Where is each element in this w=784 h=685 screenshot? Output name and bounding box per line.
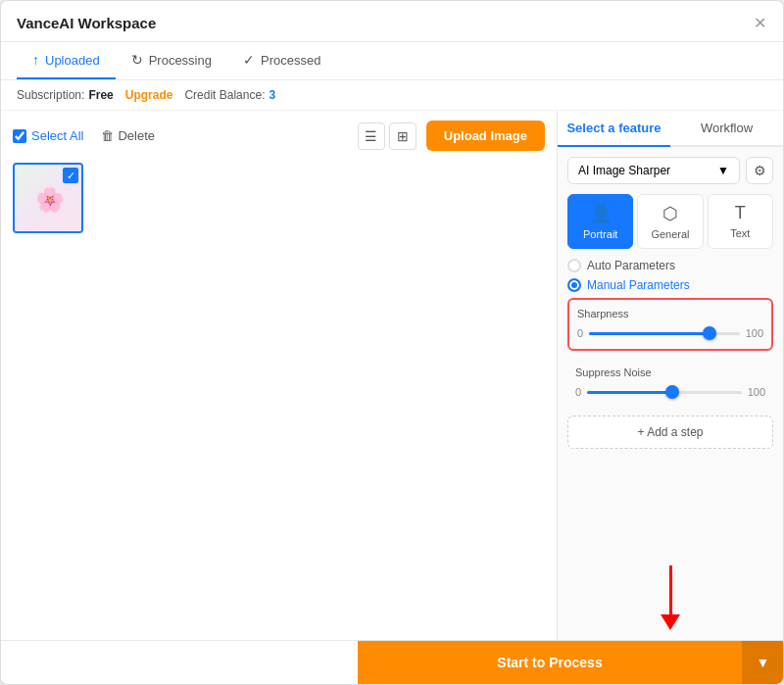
- arrow-head: [661, 614, 680, 630]
- sharpness-label: Sharpness: [577, 308, 763, 319]
- image-grid: 🌸 ✓: [13, 163, 545, 233]
- sharpness-max: 100: [746, 327, 763, 339]
- tab-workflow[interactable]: Workflow: [670, 111, 783, 147]
- auto-params-label: Auto Parameters: [587, 259, 675, 272]
- sharpness-section: Sharpness 0 100: [567, 298, 773, 351]
- mode-portrait[interactable]: 👤 Portrait: [567, 194, 633, 249]
- dropdown-row: AI Image Sharper ▼ ⚙: [567, 157, 773, 184]
- image-check: ✓: [63, 168, 78, 183]
- chevron-down-icon: ▼: [717, 164, 729, 177]
- credit-label: Credit Balance:: [184, 88, 265, 102]
- noise-fill: [587, 391, 672, 394]
- toolbar: Select All 🗑 Delete ☰ ⊞ Upload Image: [13, 121, 545, 151]
- processing-icon: ↻: [131, 52, 143, 68]
- params-section: Auto Parameters Manual Parameters Sharpn…: [567, 259, 773, 449]
- main-content: Select All 🗑 Delete ☰ ⊞ Upload Image 🌸 ✓: [1, 111, 783, 640]
- mode-tabs: 👤 Portrait ⬡ General T Text: [567, 194, 773, 249]
- auto-params-row[interactable]: Auto Parameters: [567, 259, 773, 272]
- feature-dropdown[interactable]: AI Image Sharper ▼: [567, 157, 740, 184]
- auto-params-radio[interactable]: [567, 259, 581, 272]
- noise-label: Suppress Noise: [575, 367, 765, 378]
- dropdown-arrow-icon: ▼: [757, 655, 770, 670]
- start-process-dropdown-button[interactable]: ▼: [742, 641, 783, 684]
- add-step-button[interactable]: + Add a step: [567, 416, 773, 449]
- mode-text[interactable]: T Text: [708, 194, 773, 249]
- tab-processing[interactable]: ↻ Processing: [116, 42, 227, 79]
- text-icon: T: [735, 203, 746, 223]
- manual-params-row[interactable]: Manual Parameters: [567, 278, 773, 292]
- title-bar: VanceAI Workspace ✕: [1, 1, 783, 42]
- sharpness-min: 0: [577, 327, 583, 339]
- main-tabs: ↑ Uploaded ↻ Processing ✓ Processed: [1, 42, 783, 80]
- delete-button[interactable]: 🗑 Delete: [93, 124, 163, 147]
- manual-params-label: Manual Parameters: [587, 278, 690, 292]
- noise-max: 100: [748, 386, 765, 398]
- list-view-button[interactable]: ☰: [358, 122, 385, 150]
- processed-icon: ✓: [243, 52, 255, 68]
- manual-params-radio[interactable]: [567, 278, 581, 292]
- window-title: VanceAI Workspace: [17, 15, 156, 31]
- subscription-label: Subscription:: [17, 88, 84, 102]
- sharpness-track: [589, 332, 740, 335]
- noise-slider[interactable]: [587, 384, 742, 400]
- select-all-label[interactable]: Select All: [13, 128, 83, 143]
- right-panel: Select a feature Workflow AI Image Sharp…: [558, 111, 783, 640]
- feature-tabs: Select a feature Workflow: [558, 111, 783, 147]
- select-all-text: Select All: [31, 128, 83, 143]
- subscription-bar: Subscription: Free Upgrade Credit Balanc…: [1, 80, 783, 111]
- sharpness-thumb[interactable]: [703, 326, 716, 340]
- grid-view-button[interactable]: ⊞: [389, 122, 416, 150]
- arrow-indicator: [661, 565, 680, 630]
- upgrade-link[interactable]: Upgrade: [125, 88, 173, 102]
- noise-min: 0: [575, 386, 581, 398]
- select-all-checkbox[interactable]: [13, 129, 26, 143]
- credit-value: 3: [269, 88, 275, 102]
- tab-uploaded[interactable]: ↑ Uploaded: [17, 42, 116, 79]
- noise-thumb[interactable]: [665, 385, 679, 399]
- tab-processed[interactable]: ✓ Processed: [227, 42, 336, 79]
- sharpness-fill: [589, 332, 710, 335]
- mode-general[interactable]: ⬡ General: [637, 194, 703, 249]
- main-window: VanceAI Workspace ✕ ↑ Uploaded ↻ Process…: [0, 0, 784, 685]
- upload-button[interactable]: Upload Image: [426, 121, 545, 151]
- settings-button[interactable]: ⚙: [746, 157, 773, 184]
- portrait-icon: 👤: [590, 203, 612, 224]
- left-panel: Select All 🗑 Delete ☰ ⊞ Upload Image 🌸 ✓: [1, 111, 558, 640]
- sharpness-slider[interactable]: [589, 325, 740, 341]
- start-process-button[interactable]: Start to Process: [358, 641, 742, 684]
- close-button[interactable]: ✕: [752, 16, 767, 31]
- tab-select-feature[interactable]: Select a feature: [558, 111, 670, 147]
- arrow-line: [669, 565, 672, 614]
- noise-slider-row: 0 100: [575, 384, 765, 400]
- subscription-plan: Free: [88, 88, 113, 102]
- image-item[interactable]: 🌸 ✓: [13, 163, 83, 233]
- noise-track: [587, 391, 742, 394]
- bottom-bar: Start to Process ▼: [1, 640, 783, 684]
- noise-section: Suppress Noise 0 100: [567, 359, 773, 408]
- general-icon: ⬡: [662, 203, 678, 224]
- upload-icon: ↑: [32, 52, 39, 68]
- view-toggle: ☰ ⊞: [358, 122, 416, 150]
- sharpness-slider-row: 0 100: [577, 325, 763, 341]
- trash-icon: 🗑: [101, 128, 114, 143]
